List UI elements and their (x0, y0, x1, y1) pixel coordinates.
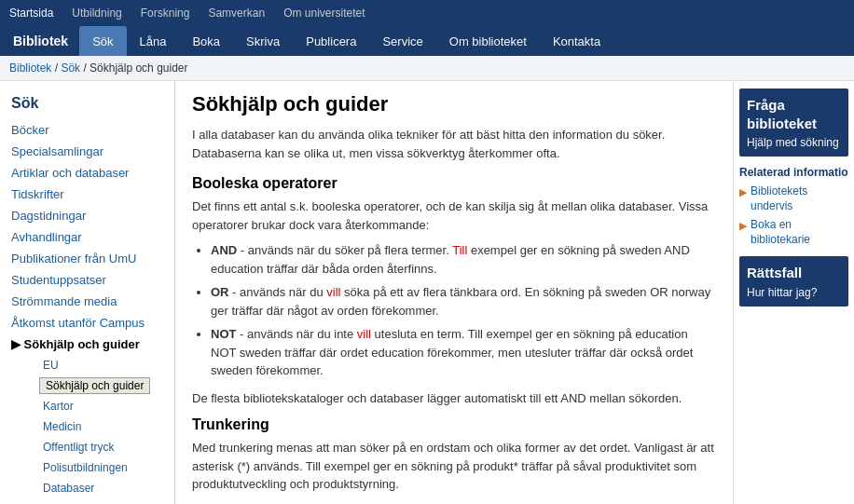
sidebar-item-atkomst[interactable]: Åtkomst utanför Campus (0, 312, 174, 334)
top-nav-om-universitetet[interactable]: Om universitetet (274, 0, 374, 26)
sidebar-item-bocker[interactable]: Böcker (0, 119, 174, 141)
sidebar-item-strommande[interactable]: Strömmande media (0, 291, 174, 312)
sidebar-title: Sök (0, 90, 174, 119)
rattsfall-subtitle: Hur hittar jag? (747, 286, 841, 299)
arrow-icon-1: ▶ (739, 185, 747, 198)
ask-library-title: Fråga biblioteket (747, 96, 841, 132)
top-nav-startsida[interactable]: Startsida (0, 0, 62, 26)
rattsfall-title: Rättsfall (747, 264, 841, 282)
intro-text: I alla databaser kan du använda olika te… (192, 126, 716, 162)
sidebar-sub-polisutbildningen[interactable]: Polisutbildningen (21, 457, 174, 478)
bibliotek-label: Bibliotek (2, 26, 79, 56)
nav-tab-publicera[interactable]: Publicera (293, 26, 369, 56)
sidebar-item-artiklar[interactable]: Artiklar och databaser (0, 162, 174, 184)
bullet-list-booleska: AND - används när du söker på flera term… (192, 241, 716, 380)
sidebar: Sök Böcker Specialsamlingar Artiklar och… (0, 81, 175, 504)
section-text-trunkering1: Med trunkering menas att man söker på en… (192, 439, 716, 494)
nav-tab-boka[interactable]: Boka (179, 26, 233, 56)
section-title-trunkering: Trunkering (192, 416, 716, 433)
sidebar-item-tidskrifter[interactable]: Tidskrifter (0, 184, 174, 205)
sidebar-item-studentuppsatser[interactable]: Studentuppsatser (0, 269, 174, 291)
related-link-bibliotekarie-label: Boka en bibliotekarie (751, 218, 848, 247)
related-link-undervis-label: Bibliotekets undervis (751, 184, 848, 213)
nav-tab-kontakta[interactable]: Kontakta (540, 26, 613, 56)
ask-library-subtitle: Hjälp med sökning (747, 136, 841, 149)
sidebar-item-dagstidningar[interactable]: Dagstidningar (0, 205, 174, 226)
list-item-or: OR - används när du vill söka på ett av … (211, 283, 716, 320)
link-vill2[interactable]: vill (357, 327, 371, 341)
sidebar-sub-användarrättigheter[interactable]: Användarrättigheter (21, 498, 174, 504)
sidebar-sub-sokhjälp-highlighted[interactable]: Sökhjälp och guider (39, 377, 150, 394)
sidebar-sub-kartor[interactable]: Kartor (21, 396, 174, 416)
sidebar-item-sokhjälp[interactable]: ▶ Sökhjälp och guider (0, 334, 174, 355)
breadcrumb-sok[interactable]: Sök (61, 61, 80, 75)
main-nav: Bibliotek Sök Låna Boka Skriva Publicera… (0, 26, 854, 56)
related-link-undervis[interactable]: ▶ Bibliotekets undervis (739, 184, 848, 213)
main-content: Sökhjälp och guider I alla databaser kan… (175, 81, 733, 504)
list-item-and: AND - används när du söker på flera term… (211, 241, 716, 278)
link-vill[interactable]: vill (326, 285, 340, 299)
sidebar-sub-offentligt[interactable]: Offentligt tryck (21, 437, 174, 457)
top-nav-samverkan[interactable]: Samverkan (199, 0, 274, 26)
nav-tab-om-biblioteket[interactable]: Om biblioteket (436, 26, 540, 56)
page-layout: Sök Böcker Specialsamlingar Artiklar och… (0, 81, 854, 504)
sidebar-item-avhandlingar[interactable]: Avhandlingar (0, 226, 174, 248)
arrow-icon-2: ▶ (739, 219, 747, 232)
right-panel: Fråga biblioteket Hjälp med sökning Rela… (733, 81, 854, 504)
nav-tab-service[interactable]: Service (369, 26, 435, 56)
nav-tab-sok[interactable]: Sök (79, 26, 126, 56)
sidebar-sub-eu[interactable]: EU (21, 355, 174, 375)
rattsfall-box[interactable]: Rättsfall Hur hittar jag? (739, 256, 848, 306)
sidebar-sub-databaser[interactable]: Databaser (21, 478, 174, 498)
nav-tab-skriva[interactable]: Skriva (233, 26, 293, 56)
breadcrumb: Bibliotek / Sök / Sökhjälp och guider (0, 56, 854, 81)
list-item-not: NOT - används när du inte vill utesluta … (211, 325, 716, 380)
sidebar-item-specialsamlingar[interactable]: Specialsamlingar (0, 141, 174, 162)
sidebar-sub-medicin[interactable]: Medicin (21, 416, 174, 437)
nav-tab-lana[interactable]: Låna (127, 26, 180, 56)
section-text-auto-and: De flesta bibliotekskataloger och databa… (192, 389, 716, 408)
top-nav: Startsida Utbildning Forskning Samverkan… (0, 0, 854, 26)
related-link-bibliotekarie[interactable]: ▶ Boka en bibliotekarie (739, 218, 848, 247)
section-text-trunkering2: Vissa databaser använder automatisk trun… (192, 501, 716, 505)
section-title-booleska: Booleska operatorer (192, 175, 716, 192)
link-till[interactable]: Till (452, 243, 467, 257)
top-nav-utbildning[interactable]: Utbildning (62, 0, 131, 26)
top-nav-forskning[interactable]: Forskning (131, 0, 200, 26)
ask-library-box[interactable]: Fråga biblioteket Hjälp med sökning (739, 89, 848, 157)
section-text-booleska: Det finns ett antal s.k. booleska operat… (192, 198, 716, 234)
page-title: Sökhjälp och guider (192, 92, 716, 116)
breadcrumb-bibliotek[interactable]: Bibliotek (9, 61, 51, 75)
related-info-title: Relaterad informatio (739, 166, 848, 179)
sidebar-item-publikationer[interactable]: Publikationer från UmU (0, 248, 174, 269)
breadcrumb-current: Sökhjälp och guider (90, 61, 187, 75)
